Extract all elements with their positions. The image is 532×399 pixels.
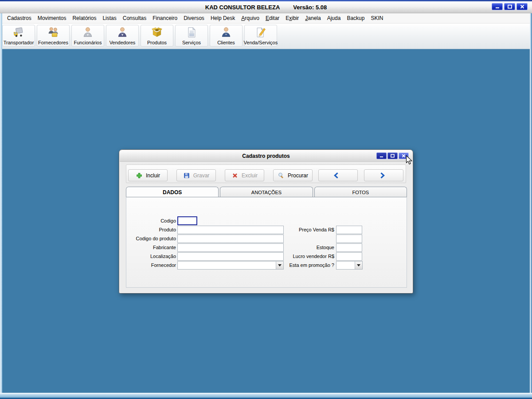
- minimize-icon: [495, 4, 500, 9]
- fabricante-label: Fabricante: [128, 243, 176, 252]
- produto-input[interactable]: [177, 226, 284, 234]
- window-bottom-border: [0, 393, 532, 399]
- menu-item-arquivo[interactable]: Arquivo: [238, 14, 262, 23]
- fabricante-input[interactable]: [177, 243, 284, 252]
- toolbar-button-vendedores[interactable]: Vendedores: [106, 25, 139, 47]
- dialog-minimize-button[interactable]: [376, 153, 387, 159]
- toolbar-button-label: Fornecedores: [38, 40, 68, 45]
- lucro-vendedor-label: Lucro vendedor R$: [278, 252, 334, 261]
- menu-item-exibir[interactable]: Exibir: [282, 14, 302, 23]
- procurar-label: Procurar: [288, 172, 308, 179]
- toolbar-button-label: Transportador: [4, 40, 34, 45]
- maximize-icon: [390, 154, 395, 158]
- sale-note-icon: [254, 26, 267, 39]
- fornecedor-label: Fornecedor: [128, 261, 176, 270]
- window-left-border: [0, 13, 2, 393]
- employee-icon: [82, 26, 94, 39]
- menu-item-relatorios[interactable]: Relatórios: [69, 14, 99, 23]
- window-right-border: [530, 13, 532, 393]
- delete-icon: [231, 172, 239, 179]
- toolbar-button-clientes[interactable]: Clientes: [210, 25, 243, 47]
- menu-item-listas[interactable]: Listas: [99, 14, 119, 23]
- window-title: KAD CONSULTOR BELEZA Versão: 5.08: [205, 4, 327, 11]
- dialog-window-controls: [376, 153, 409, 159]
- toolbar-button-transportador[interactable]: Transportador: [2, 25, 35, 47]
- preco-venda-label: Preço Venda R$: [278, 226, 334, 234]
- esta-em-promocao-select[interactable]: [336, 261, 363, 270]
- lucro-vendedor-input[interactable]: [336, 252, 362, 261]
- salesperson-icon: [116, 26, 129, 39]
- toolbar-button-funcionarios[interactable]: Funcionários: [71, 25, 104, 47]
- maximize-icon: [507, 4, 512, 9]
- menu-item-skin[interactable]: SKIN: [368, 14, 386, 23]
- toolbar-button-label: Serviços: [182, 40, 201, 45]
- toolbar-button-produtos[interactable]: Produtos: [141, 25, 173, 47]
- dialog-title: Cadastro produtos: [242, 153, 289, 159]
- localizacao-input[interactable]: [177, 252, 284, 261]
- mouse-cursor: [406, 155, 415, 165]
- excluir-label: Excluir: [242, 172, 258, 179]
- menu-item-diversos[interactable]: Diversos: [180, 14, 207, 23]
- estoque-label: Estoque: [278, 243, 334, 252]
- suppliers-icon: [47, 26, 59, 39]
- tab-dados[interactable]: DADOS: [126, 187, 219, 197]
- menu-item-backup[interactable]: Backup: [344, 14, 368, 23]
- tab-fotos[interactable]: FOTOS: [314, 187, 407, 197]
- unlabeled-input[interactable]: [336, 235, 362, 243]
- menu-item-movimentos[interactable]: Movimentos: [35, 14, 70, 23]
- window-titlebar[interactable]: KAD CONSULTOR BELEZA Versão: 5.08: [0, 1, 532, 13]
- window-controls: [492, 3, 528, 10]
- toolbar-button-label: Vendedores: [110, 40, 136, 45]
- previous-record-button[interactable]: [318, 169, 358, 181]
- localizacao-label: Localização: [128, 252, 176, 261]
- minimize-button[interactable]: [492, 3, 503, 10]
- incluir-button[interactable]: Incluir: [128, 169, 168, 181]
- close-button[interactable]: [516, 3, 528, 10]
- toolbar-button-label: Clientes: [217, 40, 235, 45]
- toolbar-button-servicos[interactable]: Serviços: [175, 25, 208, 47]
- client-icon: [220, 26, 232, 39]
- codigo-input[interactable]: [177, 216, 197, 225]
- gravar-label: Gravar: [193, 172, 210, 179]
- preco-venda-input[interactable]: [336, 226, 362, 234]
- search-icon: [278, 172, 285, 179]
- dropdown-arrow-icon[interactable]: [355, 262, 362, 269]
- menu-item-editar[interactable]: Editar: [262, 14, 282, 23]
- menu-item-janela[interactable]: Janela: [302, 14, 324, 23]
- dialog-tabs: DADOS ANOTAÇÕES FOTOS: [126, 187, 407, 197]
- toolbar-button-venda-servicos[interactable]: Venda/Serviços: [244, 25, 277, 47]
- gravar-button[interactable]: Gravar: [176, 169, 216, 181]
- menu-item-ajuda[interactable]: Ajuda: [324, 14, 344, 23]
- cadastro-produtos-dialog: Cadastro produtos Incluir: [119, 149, 413, 293]
- app-title: KAD CONSULTOR BELEZA: [205, 4, 280, 11]
- document-icon: [185, 26, 198, 39]
- menu-item-consultas[interactable]: Consultas: [120, 14, 149, 23]
- chevron-right-icon: [378, 172, 386, 180]
- dialog-maximize-button[interactable]: [387, 153, 398, 159]
- toolbar-button-label: Funcionários: [74, 40, 102, 45]
- maximize-button[interactable]: [504, 3, 515, 10]
- excluir-button[interactable]: Excluir: [225, 169, 264, 181]
- procurar-button[interactable]: Procurar: [273, 169, 313, 181]
- menubar: Cadastros Movimentos Relatórios Listas C…: [0, 13, 532, 23]
- next-record-button[interactable]: [364, 169, 403, 181]
- chevron-left-icon: [332, 172, 340, 180]
- tab-anotacoes[interactable]: ANOTAÇÕES: [220, 187, 313, 197]
- save-icon: [183, 172, 190, 179]
- menu-item-financeiro[interactable]: Financeiro: [149, 14, 180, 23]
- close-icon: [520, 4, 525, 9]
- produto-label: Produto: [128, 226, 176, 234]
- app-version: Versão: 5.08: [293, 4, 327, 11]
- estoque-input[interactable]: [336, 243, 362, 252]
- main-toolbar: Transportador Fornecedores Funcionários: [0, 23, 532, 49]
- codigo-do-produto-label: Codigo do produto: [128, 235, 176, 243]
- incluir-label: Incluir: [146, 172, 160, 179]
- codigo-do-produto-input[interactable]: [177, 235, 284, 243]
- dialog-titlebar[interactable]: Cadastro produtos: [120, 150, 412, 162]
- toolbar-button-fornecedores[interactable]: Fornecedores: [37, 25, 70, 47]
- menu-item-cadastros[interactable]: Cadastros: [4, 14, 35, 23]
- esta-em-promocao-label: Esta em promoção ?: [278, 261, 334, 270]
- toolbar-button-label: Produtos: [147, 40, 167, 45]
- fornecedor-select[interactable]: [177, 261, 284, 270]
- menu-item-helpdesk[interactable]: Help Desk: [207, 14, 238, 23]
